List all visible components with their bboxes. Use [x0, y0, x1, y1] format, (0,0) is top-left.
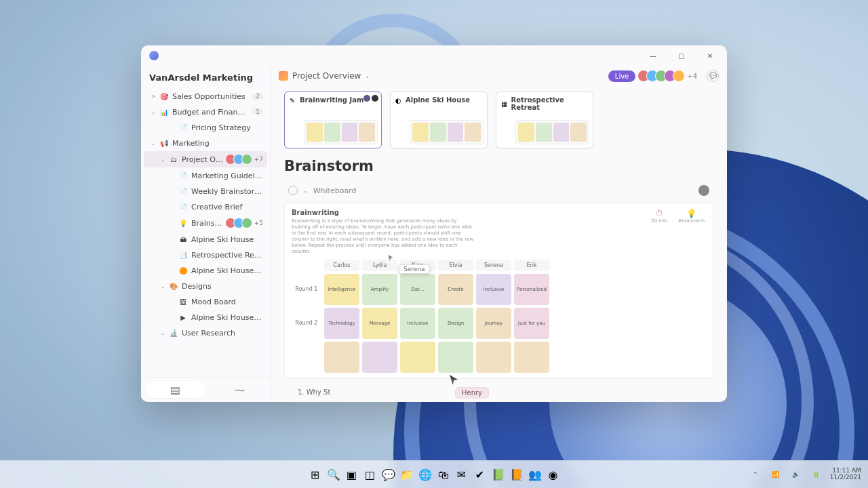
- sticky-note[interactable]: Just for you: [514, 308, 549, 339]
- system-tray[interactable]: ⌃ 📶 🔊 🔋 11:11 AM 11/2/2021: [749, 468, 868, 481]
- taskbar-app-explorer[interactable]: 📁: [399, 467, 414, 482]
- page-icon: ▶: [178, 312, 188, 322]
- sticky-note[interactable]: Personalized: [514, 274, 549, 305]
- sidebar-item[interactable]: 💡 Brainstorming+5: [144, 215, 267, 231]
- main-header: Project Overview ⌄ Live +4 💬: [271, 66, 727, 86]
- main-panel: Project Overview ⌄ Live +4 💬 ✎Brainwriti…: [271, 66, 727, 402]
- chevron-down-icon: ⌄: [365, 73, 370, 79]
- page-icon: 🖼: [178, 297, 188, 306]
- grid-column-header: Elvia: [438, 260, 473, 271]
- taskbar-app-store[interactable]: 🛍: [436, 467, 451, 482]
- taskbar-app-search[interactable]: 🔍: [326, 467, 341, 482]
- sidebar-item[interactable]: > 🎯 Sales Opportunities2: [144, 89, 267, 104]
- list-item[interactable]: 1. Why St: [298, 388, 330, 396]
- page-icon: 📄: [178, 123, 188, 132]
- taskbar-app-loop[interactable]: ◉: [546, 467, 561, 482]
- taskbar-app-widgets[interactable]: ◫: [363, 467, 378, 482]
- sticky-note[interactable]: [438, 342, 473, 373]
- sidebar-item[interactable]: ⌄ 🎨 Designs: [144, 279, 267, 293]
- volume-icon[interactable]: 🔊: [789, 468, 803, 481]
- sidebar-item[interactable]: 📄 Creative Brief: [144, 199, 267, 214]
- sidebar-item-label: Alpine Ski House: [191, 235, 263, 244]
- chevron-icon: ⌄: [151, 140, 156, 146]
- sidebar-item[interactable]: 🟠 Alpine Ski House (ID: 487…: [144, 263, 267, 278]
- minimize-button[interactable]: —: [639, 46, 667, 65]
- live-badge[interactable]: Live: [608, 70, 635, 82]
- sticky-note[interactable]: [476, 342, 511, 373]
- section-title: Brainstorm: [284, 158, 713, 174]
- card-icon: ▦: [501, 100, 507, 107]
- page-card[interactable]: ▦Retrospective Retreat: [496, 92, 593, 148]
- page-icon: 📄: [178, 186, 188, 196]
- sticky-note[interactable]: Dat…: [400, 274, 435, 305]
- sticky-note[interactable]: [400, 342, 435, 373]
- sidebar-tab-activity[interactable]: ⁓: [210, 378, 270, 402]
- sidebar-item-label: Alpine Ski House Sizzle Re…: [191, 313, 263, 322]
- wifi-icon[interactable]: 📶: [769, 468, 783, 481]
- sticky-note[interactable]: [324, 342, 359, 373]
- sidebar-item[interactable]: ⌄ 🔬 User Research: [144, 325, 267, 340]
- taskbar[interactable]: ⊞🔍▣◫💬📁🌐🛍✉✔📗📙👥◉ ⌃ 📶 🔊 🔋 11:11 AM 11/2/202…: [0, 460, 868, 488]
- titlebar[interactable]: — ▢ ✕: [141, 45, 727, 66]
- taskbar-app-todo[interactable]: ✔: [473, 467, 488, 482]
- taskbar-app-excel[interactable]: 📗: [491, 467, 506, 482]
- page-icon: 🟠: [178, 266, 188, 275]
- sticky-note[interactable]: Create: [438, 274, 473, 305]
- workspace-title: VanArsdel Marketing: [141, 66, 270, 88]
- tray-chevron-icon[interactable]: ⌃: [749, 468, 762, 481]
- component-author-avatar[interactable]: [698, 185, 709, 196]
- taskbar-app-start[interactable]: ⊞: [308, 467, 323, 482]
- sticky-note[interactable]: [362, 342, 397, 373]
- sidebar-item[interactable]: 🖼 Mood Board: [144, 294, 267, 309]
- taskbar-app-edge[interactable]: 🌐: [418, 467, 433, 482]
- breadcrumb[interactable]: Project Overview ⌄: [279, 71, 370, 81]
- sidebar-tab-pages[interactable]: ▤: [145, 382, 205, 398]
- page-card[interactable]: ◐Alpine Ski House: [390, 92, 488, 148]
- sidebar-item[interactable]: 📄 Marketing Guidelines for V…: [144, 168, 267, 183]
- sidebar-item[interactable]: ⌄ 📊 Budget and Financial Projection1: [144, 104, 267, 119]
- sticky-note[interactable]: Intelligence: [324, 274, 359, 305]
- sidebar-item-label: Designs: [182, 282, 263, 291]
- sticky-note[interactable]: Inclusive: [400, 308, 435, 339]
- clock[interactable]: 11:11 AM 11/2/2021: [830, 468, 861, 481]
- taskbar-app-ppt[interactable]: 📙: [509, 467, 524, 482]
- presence-avatars[interactable]: +4: [641, 70, 697, 82]
- sticky-note[interactable]: Amplify: [362, 274, 397, 305]
- close-button[interactable]: ✕: [696, 46, 724, 65]
- whiteboard-component[interactable]: Brainwriting Brainwriting is a style of …: [284, 203, 713, 379]
- chat-icon[interactable]: 💬: [707, 70, 719, 82]
- taskbar-app-teams[interactable]: 👥: [528, 467, 542, 482]
- grid-column-header: Erik: [514, 260, 549, 271]
- sticky-note[interactable]: Inclusive: [476, 274, 511, 305]
- sticky-note[interactable]: Message: [362, 308, 397, 339]
- sticky-note[interactable]: [514, 342, 549, 373]
- chevron-icon: ⌄: [160, 283, 165, 289]
- page-icon: 🎨: [169, 281, 178, 291]
- collaborator-avatars: +5: [228, 218, 263, 228]
- card-tags: [363, 95, 378, 102]
- grid-row-label: Round 2: [292, 320, 321, 326]
- sidebar-item[interactable]: ▶ Alpine Ski House Sizzle Re…: [144, 310, 267, 325]
- component-header[interactable]: ⌄ Whiteboard: [284, 182, 713, 199]
- sidebar-item-label: Mood Board: [191, 298, 263, 306]
- grid-column-header: Serena: [476, 260, 511, 271]
- sidebar-item[interactable]: 📑 Retrospective Retreat: [144, 247, 267, 262]
- bulb-icon: 💡: [678, 209, 705, 218]
- maximize-button[interactable]: ▢: [667, 46, 696, 65]
- sticky-note[interactable]: Design: [438, 308, 473, 339]
- breadcrumb-label: Project Overview: [292, 71, 361, 81]
- battery-icon[interactable]: 🔋: [810, 468, 823, 481]
- taskbar-app-taskview[interactable]: ▣: [344, 467, 359, 482]
- sidebar-item[interactable]: 📄 Pricing Strategy: [144, 120, 267, 135]
- sidebar-item[interactable]: 📄 Weekly Brainstorm Meeting: [144, 184, 267, 199]
- sticky-note[interactable]: Technology: [324, 308, 359, 339]
- sidebar-item[interactable]: ⌄ 📢 Marketing: [144, 136, 267, 150]
- sticky-note[interactable]: Journey: [476, 308, 511, 339]
- taskbar-app-chat[interactable]: 💬: [381, 467, 396, 482]
- taskbar-app-mail[interactable]: ✉: [454, 467, 469, 482]
- sidebar-item[interactable]: 🏔 Alpine Ski House: [144, 232, 267, 247]
- numbered-list[interactable]: 1. Why St: [284, 388, 713, 396]
- sidebar-item[interactable]: ⌄ 🗂 Project Overview+7: [144, 151, 267, 167]
- sidebar-item-label: User Research: [182, 329, 263, 338]
- page-card[interactable]: ✎Brainwriting Jam: [284, 92, 382, 148]
